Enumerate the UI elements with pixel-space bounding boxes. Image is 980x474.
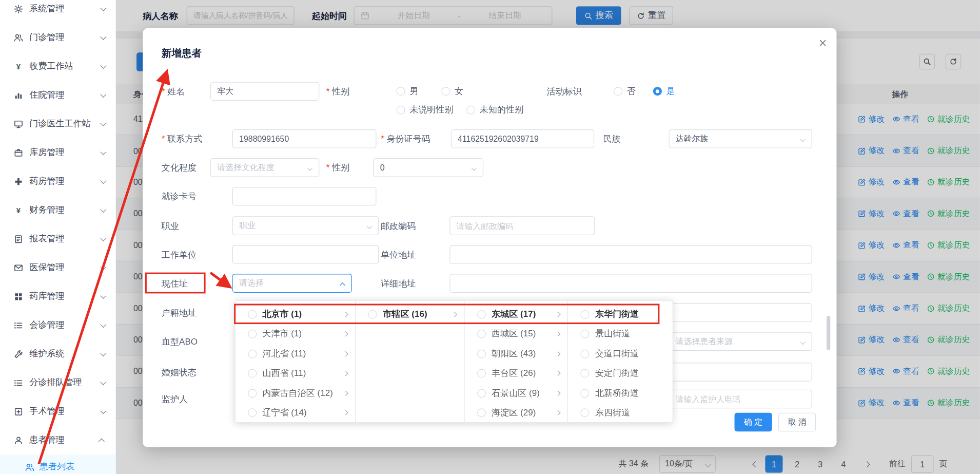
sidebar-item-drugstore[interactable]: 药库管理	[0, 282, 116, 311]
current-address-label: 现住址	[162, 274, 188, 293]
radio-icon	[477, 369, 486, 378]
close-icon[interactable]: ×	[814, 34, 832, 52]
chevron-right-icon	[343, 351, 348, 356]
gear-icon	[14, 4, 23, 13]
work-unit-input[interactable]	[232, 245, 379, 264]
sidebar-item-patient[interactable]: 患者管理	[0, 426, 116, 454]
patient-source-select[interactable]: 请选择患者来源	[669, 332, 812, 351]
radio-icon	[397, 87, 405, 96]
radio-female[interactable]: 女	[441, 82, 463, 101]
cascader-item-fengtai[interactable]: 丰台区 (26)	[464, 364, 567, 383]
postal-label: 邮政编码	[381, 216, 416, 235]
cascader-item-hebei[interactable]: 河北省 (11)	[236, 344, 356, 364]
chevron-down-icon	[100, 148, 106, 155]
visit-card-input[interactable]	[232, 187, 377, 206]
radio-gender-unspecified[interactable]: 未说明性别	[397, 101, 454, 120]
sidebar-item-report[interactable]: 报表管理	[0, 224, 116, 253]
contact-input[interactable]	[232, 129, 377, 148]
modal-scrollbar[interactable]	[827, 316, 830, 350]
marital-right-input[interactable]	[669, 363, 812, 382]
cascader-item-neimenggu[interactable]: 内蒙古自治区 (12)	[236, 383, 356, 403]
guardian-phone-input[interactable]	[669, 390, 812, 409]
sidebar-item-surgery[interactable]: 手术管理	[0, 397, 116, 426]
sidebar-item-finance[interactable]: 财务管理	[0, 196, 116, 224]
chevron-right-icon	[556, 410, 561, 415]
confirm-button[interactable]: 确 定	[735, 413, 772, 432]
radio-icon	[477, 389, 486, 397]
sidebar-item-inpatient[interactable]: 住院管理	[0, 81, 116, 109]
gender-label: 性别	[326, 82, 350, 101]
visit-card-label: 就诊卡号	[162, 187, 197, 206]
guardian-label: 监护人	[162, 390, 188, 409]
cascader-item-beijing[interactable]: 北京市 (1)	[236, 305, 356, 324]
chevron-down-icon	[800, 339, 805, 345]
radio-male[interactable]: 男	[397, 82, 419, 101]
chevron-right-icon	[556, 390, 561, 395]
postal-input[interactable]	[449, 216, 595, 235]
chevron-down-icon	[100, 5, 106, 11]
detail-address-input[interactable]	[449, 274, 812, 293]
household-address-label: 户籍地址	[162, 304, 197, 323]
cascader-item-tianjin[interactable]: 天津市 (1)	[236, 324, 356, 344]
cascader-item-dongsi[interactable]: 东四街道	[568, 403, 672, 422]
sidebar-item-insurance[interactable]: 医保管理	[0, 253, 116, 282]
radio-active-yes[interactable]: 是	[653, 82, 675, 101]
sidebar-item-outpatient[interactable]: 门诊管理	[0, 23, 116, 52]
radio-gender-unknown[interactable]: 未知的性别	[466, 101, 523, 120]
cascader-item-jiaodaokou[interactable]: 交道口街道	[568, 344, 672, 364]
chevron-right-icon	[556, 312, 561, 317]
chevron-down-icon	[100, 407, 106, 413]
sidebar-item-system[interactable]: 系统管理	[0, 0, 116, 23]
sidebar-item-charging[interactable]: 收费工作站	[0, 52, 116, 81]
cascader-item-dongcheng[interactable]: 东城区 (17)	[464, 305, 567, 324]
chevron-down-icon	[100, 378, 106, 385]
cascader-item-donghuamen[interactable]: 东华门街道	[568, 305, 672, 324]
cascader-item-shanxi[interactable]: 山西省 (11)	[236, 364, 356, 383]
sidebar-item-triage-queue[interactable]: 分诊排队管理	[0, 368, 116, 397]
cascader-item-shijingshan[interactable]: 石景山区 (9)	[464, 383, 567, 403]
radio-active-no[interactable]: 否	[614, 82, 636, 101]
sidebar-item-maintenance[interactable]: 维护系统	[0, 339, 116, 368]
sidebar-item-patient-list[interactable]: 患者列表	[0, 454, 116, 474]
radio-icon	[477, 408, 486, 417]
cascader-item-beixinqiao[interactable]: 北新桥街道	[568, 383, 672, 403]
name-input[interactable]	[210, 82, 319, 101]
cascader-item-haidian[interactable]: 海淀区 (29)	[464, 403, 567, 422]
radio-icon	[368, 310, 377, 319]
radio-icon	[581, 310, 590, 319]
chevron-right-icon	[556, 351, 561, 356]
detail-address-label: 详细地址	[381, 274, 416, 293]
radio-icon	[248, 408, 257, 417]
cascader-street-column: 东华门街道 景山街道 交道口街道 安定门街道 北新桥街道 东四街道	[568, 301, 672, 422]
cancel-button[interactable]: 取 消	[778, 413, 816, 432]
name-label: 姓名	[162, 82, 185, 101]
sidebar-item-warehouse[interactable]: 库房管理	[0, 138, 116, 167]
sidebar-item-consultation[interactable]: 会诊管理	[0, 311, 116, 339]
cascader-item-chaoyang[interactable]: 朝阳区 (43)	[464, 344, 567, 364]
chevron-down-icon	[472, 165, 477, 170]
cascader-item-liaoning[interactable]: 辽宁省 (14)	[236, 403, 356, 422]
chevron-up-icon	[340, 282, 345, 288]
radio-selected-icon	[653, 87, 662, 96]
cascader-item-jingshan[interactable]: 景山街道	[568, 324, 672, 344]
unit-address-input[interactable]	[449, 245, 812, 264]
household-right-input[interactable]	[669, 304, 812, 323]
id-number-input[interactable]	[451, 129, 594, 148]
cascader-item-andingmen[interactable]: 安定门街道	[568, 364, 672, 383]
ethnicity-select[interactable]: 达斡尔族	[669, 129, 812, 148]
unit-address-label: 单位地址	[381, 245, 416, 264]
person-icon	[14, 435, 23, 445]
chevron-down-icon	[100, 263, 106, 270]
cascader-item-xicheng[interactable]: 西城区 (15)	[464, 324, 567, 344]
radio-icon	[441, 87, 450, 96]
dialog-title: 新增患者	[162, 47, 202, 60]
sidebar-item-pharmacy[interactable]: 药房管理	[0, 167, 116, 196]
radio-icon	[581, 408, 590, 417]
current-address-cascader[interactable]: 请选择	[232, 274, 352, 293]
gender2-select[interactable]: 0	[373, 158, 483, 177]
sidebar-item-doctor-station[interactable]: 门诊医生工作站	[0, 109, 116, 138]
occupation-select[interactable]: 职业	[232, 216, 379, 235]
cascader-item-shixiaqu[interactable]: 市辖区 (16)	[356, 305, 464, 324]
id-number-label: 身份证号码	[381, 129, 430, 148]
education-select[interactable]: 请选择文化程度	[210, 158, 319, 177]
